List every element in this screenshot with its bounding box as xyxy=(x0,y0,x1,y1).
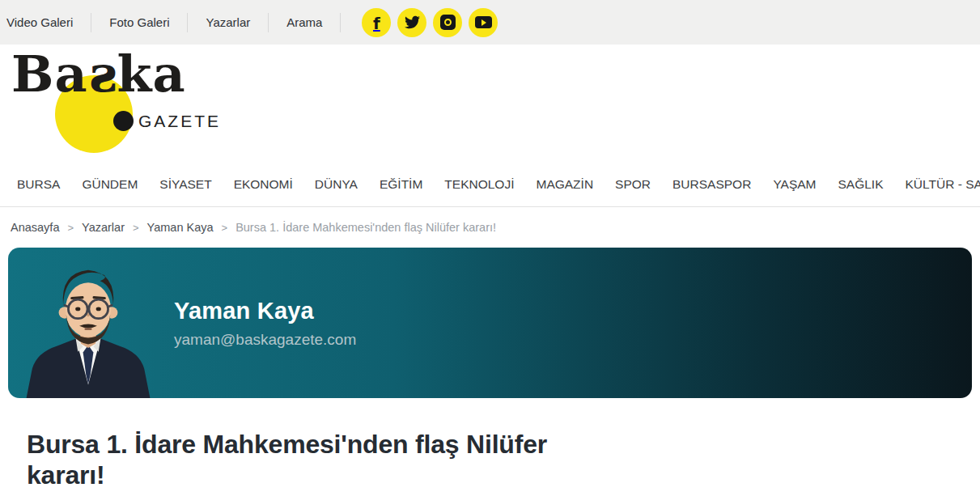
breadcrumb-separator: > xyxy=(133,222,139,234)
author-email: yaman@baskagazete.com xyxy=(174,331,356,349)
nav-item-magazin[interactable]: MAGAZİN xyxy=(536,177,593,192)
nav-item-siyaset[interactable]: SİYASET xyxy=(159,177,211,192)
nav-item-teknoloji[interactable]: TEKNOLOJİ xyxy=(444,177,514,192)
site-header: Baska GAZETE xyxy=(0,45,980,162)
twitter-icon[interactable] xyxy=(397,8,426,37)
top-utility-bar: Video Galeri Foto Galeri Yazarlar Arama … xyxy=(0,0,980,45)
facebook-f-glyph: f xyxy=(373,14,380,33)
topbar-link-foto-galeri[interactable]: Foto Galeri xyxy=(91,15,187,29)
nav-item-yasam[interactable]: YAŞAM xyxy=(773,177,816,192)
site-logo[interactable]: Baska GAZETE xyxy=(10,51,204,156)
divider xyxy=(340,13,341,32)
author-banner: Yaman Kaya yaman@baskagazete.com xyxy=(8,248,972,398)
nav-item-gundem[interactable]: GÜNDEM xyxy=(82,177,138,192)
nav-item-egitim[interactable]: EĞİTİM xyxy=(380,177,422,192)
instagram-icon[interactable] xyxy=(433,8,462,37)
nav-item-bursa[interactable]: BURSA xyxy=(17,177,60,192)
nav-item-dunya[interactable]: DÜNYA xyxy=(315,177,358,192)
author-info: Yaman Kaya yaman@baskagazete.com xyxy=(174,298,356,349)
logo-wordmark: Baska xyxy=(11,45,186,104)
breadcrumb-yaman-kaya[interactable]: Yaman Kaya xyxy=(147,221,214,234)
topbar-link-arama[interactable]: Arama xyxy=(269,15,340,29)
nav-item-spor[interactable]: SPOR xyxy=(615,177,651,192)
social-links: f xyxy=(362,8,498,37)
topbar-link-yazarlar[interactable]: Yazarlar xyxy=(188,15,268,29)
nav-item-kultur-sanat[interactable]: KÜLTÜR - SANAT xyxy=(906,177,980,192)
breadcrumb-yazarlar[interactable]: Yazarlar xyxy=(82,221,125,234)
breadcrumb-separator: > xyxy=(222,222,228,234)
logo-subtitle: GAZETE xyxy=(113,111,221,131)
main-nav: BURSA GÜNDEM SİYASET EKONOMİ DÜNYA EĞİTİ… xyxy=(0,162,980,207)
youtube-icon[interactable] xyxy=(469,8,498,37)
breadcrumb-current-page: Bursa 1. İdare Mahkemesi'nden flaş Nilüf… xyxy=(235,221,496,234)
breadcrumb: Anasayfa > Yazarlar > Yaman Kaya > Bursa… xyxy=(0,207,980,248)
instagram-glyph xyxy=(440,15,456,30)
nav-item-ekonomi[interactable]: EKONOMİ xyxy=(234,177,293,192)
twitter-bird-icon xyxy=(405,15,420,30)
breadcrumb-separator: > xyxy=(67,222,74,234)
topbar-link-video-galeri[interactable]: Video Galeri xyxy=(6,15,91,29)
nav-item-saglik[interactable]: SAĞLIK xyxy=(838,177,884,192)
logo-black-dot xyxy=(113,111,134,131)
breadcrumb-anasayfa[interactable]: Anasayfa xyxy=(11,221,59,234)
nav-item-bursaspor[interactable]: BURSASPOR xyxy=(672,177,751,192)
author-name: Yaman Kaya xyxy=(174,298,356,324)
youtube-glyph xyxy=(475,16,492,28)
article-title: Bursa 1. İdare Mahkemesi'nden flaş Nilüf… xyxy=(27,429,585,490)
facebook-icon[interactable]: f xyxy=(362,8,391,37)
author-photo xyxy=(15,251,162,398)
